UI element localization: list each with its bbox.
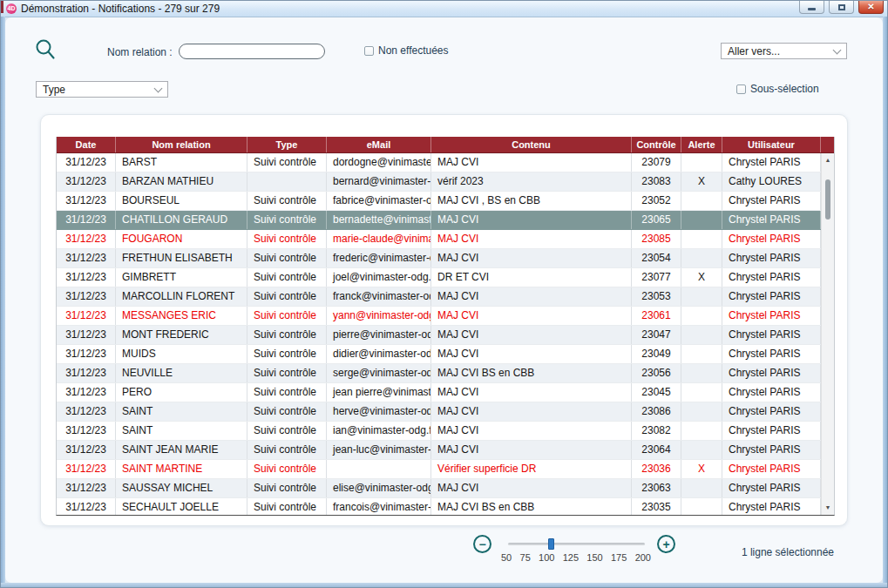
cell-contenu: MAJ CVI , BS en CBB [431, 192, 632, 210]
column-header-controle[interactable]: Contrôle [632, 137, 681, 152]
cell-date: 31/12/23 [57, 402, 116, 421]
table-row[interactable]: 31/12/23 MESSANGES ERIC Suivi contrôle y… [57, 307, 821, 326]
column-header-date[interactable]: Date [57, 137, 116, 152]
search-icon[interactable] [34, 38, 58, 65]
close-button[interactable]: ✕ [858, 1, 884, 14]
non-effectuees-checkbox[interactable]: Non effectuées [364, 44, 449, 57]
cell-nom-relation: SAINT JEAN MARIE [116, 441, 247, 459]
minimize-button[interactable] [799, 1, 824, 14]
table-row[interactable]: 31/12/23 SAUSSAY MICHEL Suivi contrôle e… [57, 479, 821, 498]
cell-email: yann@vinimaster-odg [327, 307, 431, 325]
cell-utilisateur: Chrystel PARIS [722, 345, 821, 363]
cell-contenu: MAJ CVI [431, 402, 632, 421]
cell-contenu: MAJ CVI BS en CBB [431, 364, 632, 382]
type-value: Type [43, 84, 65, 96]
sous-selection-checkbox[interactable]: Sous-sélection [736, 83, 819, 95]
zoom-out-button[interactable]: − [473, 535, 491, 553]
cell-alerte [681, 287, 722, 306]
cell-alerte: X [681, 172, 722, 191]
cell-email: bernard@vinimaster-c [327, 172, 431, 191]
cell-contenu: MAJ CVI [431, 345, 632, 363]
scroll-up-icon[interactable]: ▲ [822, 154, 834, 166]
cell-email: didier@vinimaster-odg [327, 345, 431, 363]
cell-email: jean pierre@vinimaste [327, 383, 431, 402]
app-logo-icon: 4D [6, 3, 17, 14]
column-header-utilisateur[interactable]: Utilisateur [722, 137, 821, 152]
cell-email: herve@vinimaster-odg [327, 402, 431, 421]
window-title: Démonstration - Notifications - 279 sur … [21, 1, 220, 17]
app-window: 4D Démonstration - Notifications - 279 s… [0, 0, 888, 588]
cell-type: Suivi contrôle [247, 479, 327, 497]
cell-nom-relation: SECHAULT JOELLE [116, 498, 247, 516]
cell-email: fabrice@vinimaster-oc [327, 192, 431, 210]
cell-date: 31/12/23 [57, 307, 116, 325]
scroll-down-icon[interactable]: ▼ [822, 502, 834, 514]
table-row[interactable]: 31/12/23 SAINT Suivi contrôle herve@vini… [57, 402, 821, 422]
table-row[interactable]: 31/12/23 FRETHUN ELISABETH Suivi contrôl… [57, 249, 821, 268]
cell-contenu: MAJ CVI [431, 153, 632, 172]
table-row[interactable]: 31/12/23 GIMBRETT Suivi contrôle joel@vi… [57, 268, 821, 287]
column-header-alerte[interactable]: Alerte [681, 137, 722, 152]
cell-date: 31/12/23 [57, 441, 116, 459]
nom-relation-label: Nom relation : [107, 46, 173, 58]
table-row[interactable]: 31/12/23 SECHAULT JOELLE Suivi contrôle … [57, 498, 821, 516]
column-header-nom-relation[interactable]: Nom relation [116, 137, 247, 152]
cell-type [247, 172, 327, 191]
type-dropdown[interactable]: Type [36, 81, 168, 98]
maximize-button[interactable] [829, 1, 854, 14]
zoom-tick-labels: 5075100125150175200 [501, 552, 651, 563]
zoom-slider-track[interactable] [508, 543, 645, 545]
zoom-in-button[interactable]: + [657, 535, 675, 553]
table-row[interactable]: 31/12/23 FOUGARON Suivi contrôle marie-c… [57, 230, 821, 249]
cell-email: jean-luc@vinimaster-c [327, 441, 431, 459]
table-row[interactable]: 31/12/23 MONT FREDERIC Suivi contrôle pi… [57, 326, 821, 345]
cell-alerte [681, 345, 722, 363]
column-header-email[interactable]: eMail [327, 137, 431, 152]
minimize-icon [808, 8, 816, 10]
cell-alerte [681, 211, 722, 229]
nom-relation-input[interactable] [180, 46, 324, 60]
cell-nom-relation: FRETHUN ELISABETH [116, 249, 247, 267]
cell-nom-relation: SAINT MARTINE [116, 460, 247, 478]
cell-utilisateur: Chrystel PARIS [722, 230, 821, 248]
cell-date: 31/12/23 [57, 287, 116, 306]
cell-nom-relation: MONT FREDERIC [116, 326, 247, 344]
cell-date: 31/12/23 [57, 230, 116, 248]
table-row[interactable]: 31/12/23 BARST Suivi contrôle dordogne@v… [57, 153, 821, 172]
zoom-tick-label: 200 [635, 552, 651, 563]
cell-controle: 23079 [632, 153, 681, 172]
cell-email: frederic@vinimaster-o [327, 249, 431, 267]
cell-alerte [681, 441, 722, 459]
column-header-type[interactable]: Type [247, 137, 327, 152]
cell-date: 31/12/23 [57, 249, 116, 267]
aller-vers-dropdown[interactable]: Aller vers... [721, 43, 847, 59]
table-row[interactable]: 31/12/23 SAINT JEAN MARIE Suivi contrôle… [57, 441, 821, 460]
table-row[interactable]: 31/12/23 PERO Suivi contrôle jean pierre… [57, 383, 821, 402]
column-header-contenu[interactable]: Contenu [431, 137, 632, 152]
scrollbar-thumb[interactable] [825, 179, 830, 220]
cell-nom-relation: CHATILLON GERAUD [116, 211, 247, 229]
table-row[interactable]: 31/12/23 BARZAN MATHIEU bernard@vinimast… [57, 172, 821, 192]
cell-nom-relation: MARCOLLIN FLORENT [116, 287, 247, 306]
table-row[interactable]: 31/12/23 MARCOLLIN FLORENT Suivi contrôl… [57, 287, 821, 307]
cell-controle: 23063 [632, 479, 681, 497]
cell-nom-relation: BARZAN MATHIEU [116, 172, 247, 191]
table-row[interactable]: 31/12/23 MUIDS Suivi contrôle didier@vin… [57, 345, 821, 364]
notifications-table: Date Nom relation Type eMail Contenu Con… [56, 137, 835, 516]
table-row[interactable]: 31/12/23 BOURSEUL Suivi contrôle fabrice… [57, 192, 821, 211]
sous-selection-label: Sous-sélection [750, 83, 819, 95]
table-row[interactable]: 31/12/23 SAINT MARTINE Suivi contrôle Vé… [57, 460, 821, 479]
cell-email: franck@vinimaster-od [327, 287, 431, 306]
cell-nom-relation: FOUGARON [116, 230, 247, 248]
zoom-slider-handle[interactable] [548, 538, 554, 550]
table-row[interactable]: 31/12/23 SAINT Suivi contrôle ian@vinima… [57, 422, 821, 441]
table-row[interactable]: 31/12/23 NEUVILLE Suivi contrôle serge@v… [57, 364, 821, 383]
table-row[interactable]: 31/12/23 CHATILLON GERAUD Suivi contrôle… [57, 211, 821, 230]
cell-alerte: X [681, 268, 722, 287]
cell-type: Suivi contrôle [247, 153, 327, 172]
vertical-scrollbar[interactable]: ▲ ▼ [821, 153, 834, 515]
cell-controle: 23077 [632, 268, 681, 287]
table-panel: Date Nom relation Type eMail Contenu Con… [40, 114, 848, 526]
cell-alerte: X [681, 460, 722, 478]
cell-utilisateur: Chrystel PARIS [722, 498, 821, 516]
